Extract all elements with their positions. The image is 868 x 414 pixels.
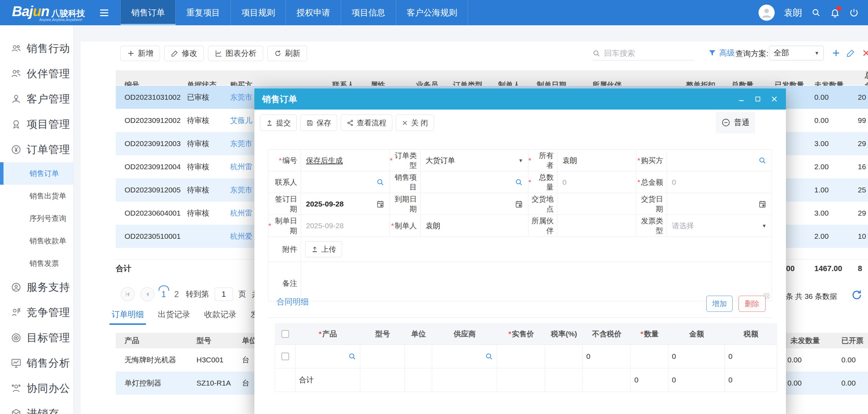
nav-tab-label: 项目规则	[241, 7, 275, 18]
sidebar-subitem-sales-receipt[interactable]: 销售收款单	[0, 230, 73, 252]
partner-field[interactable]	[557, 215, 636, 237]
col-header[interactable]: 型号	[196, 336, 242, 346]
row-checkbox[interactable]	[281, 353, 289, 360]
tax-rate-cell[interactable]	[545, 345, 583, 368]
add-query-plan-icon[interactable]	[832, 48, 841, 58]
col-header[interactable]: 已开票	[830, 336, 868, 346]
sidebar-item-sales-analytics[interactable]: 销售分析	[0, 350, 73, 376]
invoice-type-select[interactable]: 请选择▼	[667, 215, 772, 237]
user-name[interactable]: 袁朗	[784, 7, 802, 19]
search-icon[interactable]	[811, 8, 821, 18]
model-cell[interactable]	[360, 345, 405, 368]
search-icon[interactable]	[348, 352, 356, 361]
sidebar-subitem-serial-query[interactable]: 序列号查询	[0, 207, 73, 230]
tab-shipment-record[interactable]: 出货记录	[158, 309, 190, 325]
sidebar-subitem-sales-shipment[interactable]: 销售出货单	[0, 185, 73, 207]
sidebar-item-collaboration[interactable]: 协同办公	[0, 376, 73, 401]
sidebar-item-sales-action[interactable]: 销售行动	[0, 36, 73, 61]
sidebar-item-order-management[interactable]: 订单管理	[0, 137, 73, 162]
sales-project-lookup-field[interactable]	[421, 171, 528, 193]
close-icon[interactable]	[770, 95, 778, 103]
advanced-filter[interactable]: 高级	[708, 48, 735, 58]
priority-indicator[interactable]: 普通	[716, 112, 755, 133]
untaxed-price-cell[interactable]: 0	[583, 345, 631, 368]
add-line-button[interactable]: 增加	[706, 296, 733, 312]
calendar-icon[interactable]	[515, 200, 523, 208]
sidebar-item-service-support[interactable]: 服务支持	[0, 275, 73, 300]
menu-toggle-icon[interactable]	[100, 9, 114, 16]
close-form-button[interactable]: 关 闭	[396, 114, 434, 131]
refresh-count-icon[interactable]	[851, 289, 862, 301]
delete-query-plan-icon[interactable]	[862, 48, 868, 58]
nav-tab-duplicate-project[interactable]: 重复项目	[175, 0, 231, 25]
page-number[interactable]: 2	[173, 290, 180, 299]
tab-receipt-record[interactable]: 收款记录	[204, 309, 236, 325]
supplier-lookup-cell[interactable]	[432, 345, 497, 368]
nav-tab-sales-order[interactable]: 销售订单	[120, 0, 175, 25]
search-icon[interactable]	[376, 178, 385, 186]
delete-line-button[interactable]: 删除	[739, 296, 766, 312]
delivery-date-field[interactable]	[667, 193, 772, 215]
buyer-lookup-field[interactable]	[667, 150, 772, 171]
sidebar-subitem-sales-invoice[interactable]: 销售发票	[0, 252, 73, 275]
field-label: 签订日期	[268, 193, 301, 215]
col-header[interactable]: 产品	[116, 336, 196, 346]
owner-field[interactable]: 袁朗	[557, 150, 636, 171]
search-icon[interactable]	[758, 156, 767, 165]
product-lookup-cell[interactable]	[295, 345, 360, 368]
avatar[interactable]	[759, 5, 775, 21]
sidebar-item-project-management[interactable]: 项目管理	[0, 112, 73, 137]
contract-detail-title: 合同明细	[276, 296, 309, 307]
sidebar-item-partner-management[interactable]: 伙伴管理	[0, 61, 73, 86]
tab-order-detail[interactable]: 订单明细	[112, 309, 144, 325]
search-input[interactable]	[604, 49, 681, 58]
edit-query-plan-icon[interactable]	[846, 48, 855, 58]
goto-page-input[interactable]	[215, 288, 233, 301]
nav-tab-authorization[interactable]: 授权申请	[286, 0, 341, 25]
total-amount: 29	[858, 139, 868, 148]
sign-date-field[interactable]: 2025-09-28	[301, 193, 390, 215]
sidebar-item-competition-management[interactable]: 竞争管理	[0, 300, 73, 325]
delivery-place-field[interactable]	[557, 193, 636, 215]
nav-tab-project-rules[interactable]: 项目规则	[231, 0, 286, 25]
total-qty-field[interactable]: 0	[557, 171, 636, 193]
select-all-checkbox[interactable]	[281, 330, 289, 338]
contract-detail-table: 产品 型号 单位 供应商 实售价 税率(%) 不含税价 数量 金额 税额 0 0…	[275, 323, 777, 392]
maximize-icon[interactable]	[754, 96, 761, 103]
amount-cell[interactable]: 0	[668, 345, 725, 368]
sidebar-item-inventory[interactable]: 进销存	[0, 401, 73, 414]
remark-textarea[interactable]	[301, 262, 772, 301]
notification-bell-icon[interactable]	[830, 8, 840, 18]
order-type-select[interactable]: 大货订单▼	[421, 150, 528, 171]
submit-button[interactable]: 提交	[260, 114, 297, 131]
sidebar-item-target-management[interactable]: 目标管理	[0, 325, 73, 350]
search-icon[interactable]	[515, 178, 523, 186]
search-icon[interactable]	[485, 352, 493, 361]
page-number-current[interactable]: 1	[160, 290, 167, 299]
first-page-button[interactable]	[121, 287, 135, 301]
sidebar-subitem-sales-order[interactable]: 销售订单	[0, 162, 73, 185]
qty-cell[interactable]	[631, 345, 668, 368]
order-no-field[interactable]: 保存后生成	[301, 150, 390, 171]
unit-cell[interactable]	[405, 345, 432, 368]
total-amount-field[interactable]: 0	[667, 171, 772, 193]
price-cell[interactable]	[497, 345, 545, 368]
due-date-field[interactable]	[421, 193, 528, 215]
tab-label: 出货记录	[158, 310, 190, 319]
nav-tab-public-pool-rules[interactable]: 客户公海规则	[396, 0, 468, 25]
sidebar-subitem-label: 销售订单	[29, 169, 59, 178]
sidebar-item-customer-management[interactable]: 客户管理	[0, 86, 73, 112]
query-plan-select[interactable]: 全部 ▼	[769, 46, 824, 60]
contact-lookup-field[interactable]	[301, 171, 390, 193]
save-button[interactable]: 保存	[300, 114, 337, 131]
tax-amount-cell[interactable]: 0	[725, 345, 777, 368]
minimize-icon[interactable]	[737, 95, 745, 103]
nav-tab-project-info[interactable]: 项目信息	[341, 0, 396, 25]
calendar-icon[interactable]	[376, 200, 385, 208]
calendar-icon[interactable]	[758, 200, 767, 208]
upload-button[interactable]: 上传	[305, 241, 342, 257]
logout-power-icon[interactable]	[849, 8, 859, 18]
col-header[interactable]: 未发数量	[786, 336, 830, 346]
prev-page-button[interactable]	[140, 287, 154, 301]
view-flow-button[interactable]: 查看流程	[341, 114, 392, 131]
